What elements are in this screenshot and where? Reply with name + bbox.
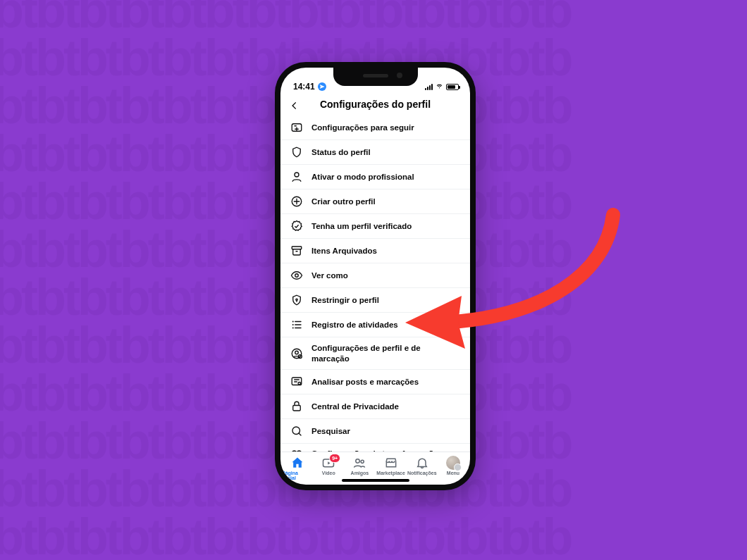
svg-point-7 [292,324,294,325]
tab-label: Menu [447,471,459,475]
person-icon [290,170,303,183]
settings-item-memorial[interactable]: Configurações de transformação em memori… [280,444,470,452]
back-button[interactable] [285,97,304,114]
search-icon [290,425,303,437]
phone-frame: 14:41 Configurações do perfil [275,62,476,490]
tab-label: Notificações [407,471,437,475]
svg-rect-14 [293,405,301,411]
settings-item-label: Ativar o modo profissional [311,172,414,182]
verified-badge-icon [290,220,303,232]
svg-rect-3 [292,247,302,249]
settings-item-label: Itens Arquivados [311,246,377,256]
tab-home[interactable]: Página inicial [282,454,313,485]
tab-label: Amigos [351,471,369,475]
settings-item-search[interactable]: Pesquisar [280,419,470,444]
settings-item-label: Ver como [311,270,348,280]
settings-item-restrict[interactable]: Restringir o perfil [280,288,470,313]
settings-item-label: Central de Privacidade [311,402,399,411]
settings-item-label: Criar outro perfil [311,197,376,206]
cellular-icon [425,83,433,90]
svg-point-18 [356,459,359,462]
settings-item-label: Analisar posts e marcações [311,377,419,387]
tab-label: Vídeo [322,471,335,475]
battery-icon [446,84,459,90]
svg-point-4 [295,274,299,278]
settings-item-archived[interactable]: Itens Arquivados [280,239,470,263]
settings-item-create-profile[interactable]: Criar outro perfil [280,189,470,214]
nav-header: Configurações do perfil [280,93,470,116]
marketplace-icon [384,456,398,470]
settings-item-label: Tenha um perfil verificado [311,221,412,231]
settings-item-review-posts[interactable]: Analisar posts e marcações [280,370,470,394]
tab-menu[interactable]: Menu [438,454,469,485]
home-icon [290,456,304,470]
tab-label: Página inicial [282,471,313,480]
svg-marker-17 [328,461,330,464]
plus-circle-icon [290,195,303,208]
activity-log-icon [290,318,303,331]
settings-item-label: Restringir o perfil [311,295,379,305]
review-posts-icon [290,375,303,388]
settings-item-label: Pesquisar [311,426,350,436]
settings-item-label: Configurações para seguir [311,123,414,132]
bell-icon [415,456,429,470]
shield-icon [290,146,303,158]
settings-item-label: Configurações de perfil e de marcação [311,343,460,363]
svg-point-19 [362,460,364,463]
svg-point-1 [295,173,299,177]
settings-item-label: Status do perfil [311,147,371,157]
settings-item-tagging[interactable]: Configurações de perfil e de marcação [280,337,470,370]
shield-lock-icon [290,294,303,306]
page-title: Configurações do perfil [320,99,431,110]
tab-badge: 9+ [329,454,340,463]
settings-item-view-as[interactable]: Ver como [280,263,470,288]
menu-avatar-icon [446,456,460,470]
phone-screen: 14:41 Configurações do perfil [280,68,470,485]
follow-settings-icon [290,121,303,134]
settings-item-label: Registro de atividades [311,320,398,330]
lock-icon [290,400,303,413]
settings-item-professional[interactable]: Ativar o modo profissional [280,165,470,189]
settings-item-status[interactable]: Status do perfil [280,140,470,165]
settings-item-activity-log[interactable]: Registro de atividades [280,313,470,337]
settings-item-verified[interactable]: Tenha um perfil verificado [280,214,470,239]
settings-list: Configurações para seguir Status do perf… [280,116,470,451]
svg-point-13 [298,382,300,385]
tab-label: Marketplace [376,471,405,475]
wifi-icon [435,82,444,92]
svg-point-8 [292,328,294,329]
tab-video[interactable]: 9+ Vídeo [313,454,344,485]
settings-item-follow[interactable]: Configurações para seguir [280,116,470,140]
profile-tag-icon [290,347,303,360]
friends-icon [352,456,366,470]
tab-notifications[interactable]: Notificações [407,454,438,485]
svg-point-10 [295,351,299,354]
eye-icon [290,269,303,282]
home-indicator [342,479,409,482]
tab-bar: Página inicial 9+ Vídeo Amigos Marketpl [280,452,470,485]
location-icon [318,82,326,91]
status-time: 14:41 [293,82,315,92]
phone-notch [333,68,418,86]
archive-icon [290,244,303,257]
svg-point-6 [292,321,294,323]
settings-item-privacy-center[interactable]: Central de Privacidade [280,394,470,419]
